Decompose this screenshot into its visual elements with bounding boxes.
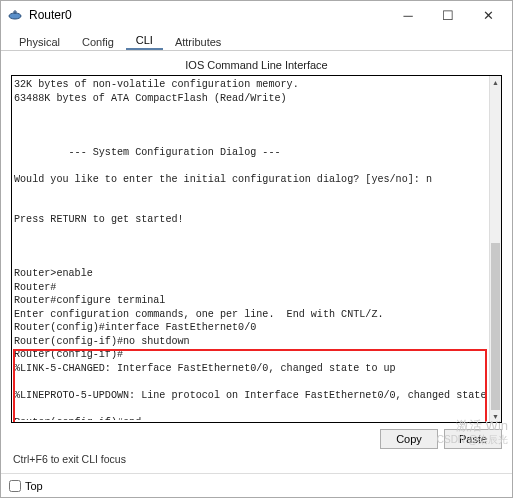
focus-hint: Ctrl+F6 to exit CLI focus xyxy=(11,453,502,469)
tab-body: IOS Command Line Interface 32K bytes of … xyxy=(1,51,512,473)
tab-bar: Physical Config CLI Attributes xyxy=(1,29,512,51)
top-checkbox[interactable] xyxy=(9,480,21,492)
window-title: Router0 xyxy=(29,8,72,22)
maximize-button[interactable]: ☐ xyxy=(428,3,468,27)
scroll-up-icon[interactable]: ▲ xyxy=(490,76,501,88)
titlebar[interactable]: Router0 ─ ☐ ✕ xyxy=(1,1,512,29)
scroll-down-icon[interactable]: ▼ xyxy=(490,410,501,422)
app-window: Router0 ─ ☐ ✕ Physical Config CLI Attrib… xyxy=(0,0,513,498)
tab-physical[interactable]: Physical xyxy=(9,33,70,50)
minimize-button[interactable]: ─ xyxy=(388,3,428,27)
cli-terminal[interactable]: 32K bytes of non-volatile configuration … xyxy=(14,78,489,420)
footer: Top xyxy=(1,473,512,497)
scroll-track[interactable] xyxy=(490,88,501,410)
scrollbar[interactable]: ▲ ▼ xyxy=(489,76,501,422)
paste-button[interactable]: Paste xyxy=(444,429,502,449)
copy-button[interactable]: Copy xyxy=(380,429,438,449)
top-label[interactable]: Top xyxy=(25,480,43,492)
scroll-thumb[interactable] xyxy=(491,243,500,410)
tab-config[interactable]: Config xyxy=(72,33,124,50)
button-row: Copy Paste xyxy=(11,423,502,453)
cli-caption: IOS Command Line Interface xyxy=(11,57,502,75)
router-icon xyxy=(7,7,23,23)
terminal-container: 32K bytes of non-volatile configuration … xyxy=(11,75,502,423)
tab-attributes[interactable]: Attributes xyxy=(165,33,231,50)
tab-cli[interactable]: CLI xyxy=(126,31,163,50)
close-button[interactable]: ✕ xyxy=(468,3,508,27)
